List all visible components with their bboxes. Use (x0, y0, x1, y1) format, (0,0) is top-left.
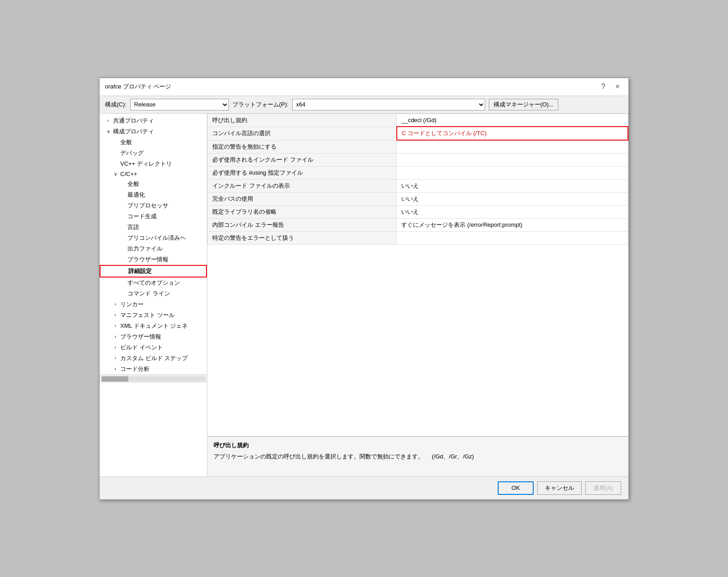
sidebar-item-label: コード分析 (120, 365, 149, 373)
sidebar-scrollbar[interactable] (101, 376, 205, 382)
title-bar-controls: ? × (598, 81, 623, 92)
sidebar-item-label: マニフェスト ツール (120, 311, 175, 319)
sidebar-item-label: デバッグ (120, 149, 144, 157)
description-body: アプリケーションの既定の呼び出し規約を選択します。関数で無効にできます。 (214, 453, 424, 460)
property-value: いいえ (397, 205, 628, 218)
sidebar-item-kyotsu[interactable]: ›共通プロパティ (100, 115, 207, 126)
sidebar-item-label: ブラウザー情報 (127, 255, 168, 264)
title-bar: orafce プロパティ ページ ? × (100, 78, 628, 96)
table-row[interactable]: インクルード ファイルの表示いいえ (208, 179, 628, 192)
sidebar-item-browser[interactable]: ブラウザー情報 (100, 254, 207, 265)
sidebar-item-detail[interactable]: 詳細設定 (100, 265, 207, 277)
sidebar-item-label: 構成プロパティ (113, 128, 154, 136)
sidebar: ›共通プロパティ∨構成プロパティ全般デバッグVC++ ディレクトリ∨C/C++全… (100, 114, 207, 476)
chevron-icon: ∨ (112, 172, 118, 176)
sidebar-item-label: コマンド ライン (127, 290, 170, 298)
property-value: いいえ (397, 192, 628, 205)
footer: OK キャンセル 適用(A) (100, 476, 628, 499)
sidebar-item-vcdir[interactable]: VC++ ディレクトリ (100, 159, 207, 169)
chevron-icon: › (112, 323, 118, 328)
sidebar-item-label: 最適化 (127, 191, 145, 199)
property-value: すぐにメッセージを表示 (/errorReport:prompt) (397, 218, 628, 231)
property-name: 内部コンパイル エラー報告 (208, 218, 397, 231)
sidebar-item-cpp[interactable]: ∨C/C++ (100, 169, 207, 179)
sidebar-item-codeanalysis[interactable]: ›コード分析 (100, 364, 207, 374)
property-name: 呼び出し規約 (208, 114, 397, 127)
table-row[interactable]: 特定の警告をエラーとして扱う (208, 231, 628, 244)
sidebar-item-pre[interactable]: プリプロセッサ (100, 200, 207, 211)
table-row[interactable]: 既定ライブラリ名の省略いいえ (208, 205, 628, 218)
table-row[interactable]: 内部コンパイル エラー報告すぐにメッセージを表示 (/errorReport:p… (208, 218, 628, 231)
table-row[interactable]: 呼び出し規約__cdecl (/Gd) (208, 114, 628, 127)
sidebar-item-buildevt[interactable]: ›ビルド イベント (100, 342, 207, 353)
sidebar-item-zenhan[interactable]: 全般 (100, 137, 207, 148)
sidebar-item-label: C/C++ (120, 171, 137, 177)
property-name: コンパイル言語の選択 (208, 127, 397, 140)
property-name: 完全パスの使用 (208, 192, 397, 205)
sidebar-item-xmldoc[interactable]: ›XML ドキュメント ジェネ (100, 321, 207, 331)
table-row[interactable]: 指定の警告を無効にする (208, 140, 628, 153)
sidebar-scroll-row (100, 374, 207, 383)
help-button[interactable]: ? (598, 81, 609, 92)
sidebar-item-saiteki[interactable]: 最適化 (100, 189, 207, 200)
config-select[interactable]: Release (130, 99, 229, 110)
cancel-button[interactable]: キャンセル (537, 481, 582, 495)
sidebar-item-label: 全般 (127, 180, 139, 188)
sidebar-item-output[interactable]: 出力ファイル (100, 243, 207, 254)
sidebar-item-label: ビルド イベント (120, 344, 163, 352)
sidebar-item-label: VC++ ディレクトリ (120, 160, 172, 168)
property-value: __cdecl (/Gd) (397, 114, 628, 127)
sidebar-item-label: プリプロセッサ (127, 202, 168, 210)
sidebar-item-label: コード生成 (127, 212, 157, 220)
sidebar-item-cmdline[interactable]: コマンド ライン (100, 288, 207, 299)
sidebar-item-label: 言語 (127, 223, 139, 231)
sidebar-item-lang[interactable]: 言語 (100, 222, 207, 233)
property-name: 特定の警告をエラーとして扱う (208, 231, 397, 244)
property-name: 既定ライブラリ名の省略 (208, 205, 397, 218)
config-manager-button[interactable]: 構成マネージャー(O)... (489, 99, 559, 110)
close-button[interactable]: × (612, 81, 623, 92)
chevron-icon: › (112, 334, 118, 339)
property-value (397, 140, 628, 153)
property-value (397, 231, 628, 244)
sidebar-item-linker[interactable]: ›リンカー (100, 299, 207, 310)
sidebar-item-cpp_zenhan[interactable]: 全般 (100, 179, 207, 189)
property-dialog: orafce プロパティ ページ ? × 構成(C): Release プラット… (99, 78, 629, 500)
chevron-icon: › (112, 356, 118, 361)
sidebar-item-label: ブラウザー情報 (120, 333, 161, 341)
sidebar-item-label: 共通プロパティ (113, 117, 154, 125)
property-name: 必ず使用する #using 指定ファイル (208, 166, 397, 179)
sidebar-item-label: プリコンパイル済みヘ (127, 234, 186, 242)
sidebar-item-label: 詳細設定 (128, 267, 152, 275)
table-row[interactable]: コンパイル言語の選択C コードとしてコンパイル (/TC) (208, 127, 628, 140)
sidebar-item-label: カスタム ビルド ステップ (120, 354, 188, 362)
table-row[interactable]: 完全パスの使用いいえ (208, 192, 628, 205)
chevron-icon: ∨ (105, 129, 111, 134)
property-value (397, 153, 628, 166)
sidebar-item-manifest[interactable]: ›マニフェスト ツール (100, 310, 207, 321)
apply-button[interactable]: 適用(A) (585, 481, 621, 495)
sidebar-item-allopts[interactable]: すべてのオプション (100, 277, 207, 288)
sidebar-item-label: XML ドキュメント ジェネ (120, 322, 188, 330)
chevron-icon: › (112, 302, 118, 307)
sidebar-item-custombuild[interactable]: ›カスタム ビルド ステップ (100, 353, 207, 364)
platform-select[interactable]: x64 (292, 99, 485, 110)
ok-button[interactable]: OK (498, 481, 534, 495)
config-label: 構成(C): (105, 101, 127, 109)
content-area: 呼び出し規約__cdecl (/Gd)コンパイル言語の選択C コードとしてコンパ… (207, 114, 628, 476)
sidebar-item-kosei[interactable]: ∨構成プロパティ (100, 126, 207, 137)
sidebar-item-debug[interactable]: デバッグ (100, 148, 207, 159)
description-text: アプリケーションの既定の呼び出し規約を選択します。関数で無効にできます。 (/G… (214, 452, 622, 461)
chevron-icon: › (112, 313, 118, 317)
table-row[interactable]: 必ず使用されるインクルード ファイル (208, 153, 628, 166)
table-row[interactable]: 必ず使用する #using 指定ファイル (208, 166, 628, 179)
main-area: ›共通プロパティ∨構成プロパティ全般デバッグVC++ ディレクトリ∨C/C++全… (100, 114, 628, 476)
chevron-icon: › (112, 345, 118, 350)
sidebar-item-browser2[interactable]: ›ブラウザー情報 (100, 331, 207, 342)
sidebar-item-label: リンカー (120, 300, 144, 308)
chevron-icon: › (105, 118, 111, 123)
dialog-title: orafce プロパティ ページ (105, 83, 171, 91)
sidebar-item-precomp[interactable]: プリコンパイル済みヘ (100, 233, 207, 243)
sidebar-item-code[interactable]: コード生成 (100, 211, 207, 222)
property-name: 指定の警告を無効にする (208, 140, 397, 153)
